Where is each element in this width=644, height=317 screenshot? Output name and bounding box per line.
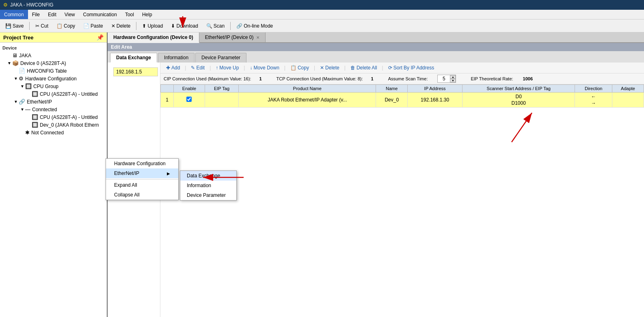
context-menu-separator-1 <box>106 179 178 179</box>
data-table: Enable EIP Tag Product Name Name IP Addr… <box>160 84 644 108</box>
rate-label: EIP Theoretical Rate: <box>471 76 513 81</box>
cip-value: 1 <box>259 76 261 81</box>
table-wrapper: Enable EIP Tag Product Name Name IP Addr… <box>160 84 644 317</box>
delete-row-icon: ✕ <box>320 65 324 71</box>
not-connected-icon: ✱ <box>25 129 30 136</box>
ip-address-field[interactable] <box>113 67 158 76</box>
col-ip-address: IP Address <box>408 85 462 93</box>
scan-time-input[interactable] <box>438 75 450 82</box>
spin-down-button[interactable]: ▼ <box>450 79 456 82</box>
edit-icon: ✎ <box>191 65 195 71</box>
scan-label: Assume Scan Time: <box>388 76 428 81</box>
cpu-connected-icon: 🔲 <box>32 114 38 120</box>
expand-ethernet-ip: ▼ <box>13 99 19 104</box>
sub-tab-data-exchange[interactable]: Data Exchange <box>110 53 157 63</box>
online-mode-button[interactable]: 🔗 On-line Mode <box>233 21 277 31</box>
menu-item-tool[interactable]: Tool <box>121 10 138 19</box>
row-num: 1 <box>161 93 174 108</box>
tree-item-cpu-group[interactable]: ▼ 🔲 CPU Group <box>0 82 107 90</box>
delete-row-button[interactable]: ✕ Delete <box>317 64 343 71</box>
sub-tab-information[interactable]: Information <box>158 53 194 63</box>
paste-button[interactable]: 📄 Paste <box>80 21 107 31</box>
tab-close-icon[interactable]: ✕ <box>256 35 259 40</box>
tree-item-hwconfig-table[interactable]: 📄 HWCONFIG Table <box>0 67 107 75</box>
spin-up-button[interactable]: ▲ <box>450 75 456 79</box>
tree-item-device0[interactable]: ▼ 📦 Device 0 (AS228T-A) <box>0 59 107 67</box>
upload-button[interactable]: ⬆ Upload <box>138 21 166 31</box>
cut-icon: ✂ <box>35 23 39 29</box>
row-adapter <box>612 93 644 108</box>
tree-item-connected[interactable]: ▼ — Conntected <box>0 106 107 113</box>
context-menu-item-collapse-all[interactable]: Collapse All <box>106 190 178 200</box>
copy-icon: 📋 <box>56 23 63 29</box>
tree-item-not-connected[interactable]: ✱ Not Connected <box>0 129 107 136</box>
scan-button[interactable]: 🔍 Scan <box>203 21 228 31</box>
add-button[interactable]: ✚ Add <box>163 64 183 71</box>
menu-item-view[interactable]: View <box>61 10 79 19</box>
sort-button[interactable]: ⟳ Sort By IP Address <box>385 64 438 71</box>
sort-icon: ⟳ <box>388 65 392 71</box>
hw-config-icon: ⚙ <box>19 75 24 82</box>
download-icon: ⬇ <box>171 23 175 29</box>
tree-item-cpu-untitled[interactable]: 🔲 CPU (AS228T-A) - Untitled <box>0 90 107 98</box>
edit-area-label: Edit Area <box>108 43 644 51</box>
menu-item-file[interactable]: File <box>28 10 44 19</box>
menu-item-communication[interactable]: Communication <box>79 10 121 19</box>
delete-button[interactable]: ✕ Delete <box>108 21 134 31</box>
tree-item-cpu-connected[interactable]: 🔲 CPU (AS228T-A) - Untitled <box>0 113 107 121</box>
move-down-button[interactable]: ↓ Move Down <box>246 64 282 71</box>
tree-item-jaka[interactable]: 🖥 JAKA <box>0 52 107 59</box>
context-menu: Hardware Configuration EtherNet/IP ▶ Exp… <box>106 158 179 200</box>
sub-context-item-data-exchange[interactable]: Data Exchange <box>180 171 236 181</box>
online-icon: 🔗 <box>236 23 242 29</box>
table-row[interactable]: 1 JAKA Robot Ethernet/IP Adapter (v... D… <box>161 93 644 108</box>
copy-button[interactable]: 📋 Copy <box>53 21 79 31</box>
tree-pin-icon[interactable]: 📌 <box>97 34 104 41</box>
context-menu-item-ethernet-ip[interactable]: EtherNet/IP ▶ <box>106 168 178 178</box>
col-name: Name <box>376 85 408 93</box>
cip-label: CIP Connection Used (Maximum Value: 16): <box>164 76 251 81</box>
sub-context-item-information[interactable]: Information <box>180 181 236 190</box>
context-menu-item-expand-all[interactable]: Expand All <box>106 180 178 190</box>
tree-item-ethernet-ip[interactable]: ▼ 🔗 EtherNet/IP <box>0 98 107 106</box>
scan-time-spinner[interactable]: ▲ ▼ <box>437 75 456 83</box>
app-icon: ⚙ <box>3 2 8 8</box>
context-menu-item-hwconfig[interactable]: Hardware Configuration <box>106 159 178 168</box>
row-enable[interactable] <box>174 93 205 108</box>
copy-row-button[interactable]: 📋 Copy <box>287 64 312 71</box>
cut-button[interactable]: ✂ Cut <box>32 21 52 31</box>
rate-value: 1006 <box>523 76 533 81</box>
col-num <box>161 85 174 93</box>
dev0-icon: 🔲 <box>32 122 38 128</box>
col-scanner-address: Scanner Start Address / EIP Tag <box>462 85 575 93</box>
toolbar: 💾 Save ✂ Cut 📋 Copy 📄 Paste ✕ Delete ⬆ U… <box>0 19 644 32</box>
menu-item-help[interactable]: Help <box>138 10 156 19</box>
menu-item-edit[interactable]: Edit <box>44 10 61 19</box>
cpu-group-icon: 🔲 <box>25 83 32 89</box>
sub-context-item-device-parameter[interactable]: Device Parameter <box>180 190 236 200</box>
stats-bar: CIP Connection Used (Maximum Value: 16):… <box>160 73 644 84</box>
download-button[interactable]: ⬇ Download <box>167 21 201 31</box>
row-name: Dev_0 <box>376 93 408 108</box>
row-ip-address: 192.168.1.30 <box>408 93 462 108</box>
save-icon: 💾 <box>5 23 11 29</box>
scan-icon: 🔍 <box>206 23 212 29</box>
tab-hwconfig[interactable]: Hardware Configuration (Device 0) <box>108 32 199 43</box>
menu-item-common[interactable]: Common <box>0 10 28 19</box>
tree-item-hw-config[interactable]: ▼ ⚙ Hardware Configuration <box>0 75 107 82</box>
device0-icon: 📦 <box>12 60 19 66</box>
save-button[interactable]: 💾 Save <box>2 21 27 31</box>
menu-bar: Common File Edit View Communication Tool… <box>0 10 644 19</box>
tree-item-dev0[interactable]: 🔲 Dev_0 (JAKA Robot Ethern <box>0 121 107 129</box>
col-direction: Direction <box>575 85 612 93</box>
move-up-button[interactable]: ↑ Move Up <box>212 64 242 71</box>
sub-tab-device-parameter[interactable]: Device Parameter <box>195 53 246 63</box>
tab-ethernet-ip[interactable]: EtherNet/IP (Device 0) ✕ <box>199 32 266 42</box>
expand-hw-config: ▼ <box>13 76 19 81</box>
col-eip-tag: EIP Tag <box>205 85 238 93</box>
paste-icon: 📄 <box>83 23 89 29</box>
hwconfig-table-icon: 📄 <box>19 68 25 74</box>
delete-all-button[interactable]: 🗑 Delete All <box>347 64 380 71</box>
enable-checkbox[interactable] <box>186 97 192 102</box>
edit-button[interactable]: ✎ Edit <box>188 64 208 71</box>
